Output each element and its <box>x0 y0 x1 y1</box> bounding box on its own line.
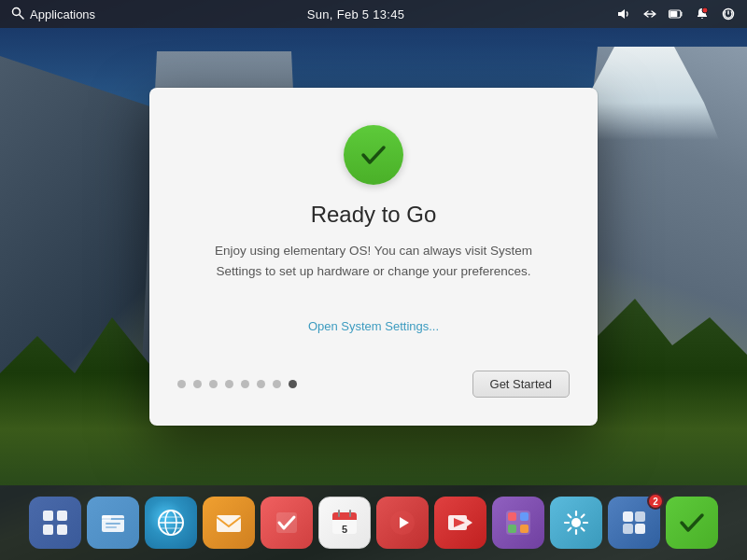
svg-rect-19 <box>217 515 241 532</box>
svg-rect-6 <box>43 511 53 521</box>
dock-music[interactable] <box>376 497 429 549</box>
dot-2 <box>193 380 202 388</box>
applications-label[interactable]: Applications <box>30 7 95 21</box>
svg-rect-39 <box>623 524 633 534</box>
dock-appstore[interactable]: 2 <box>608 497 660 549</box>
topbar: Applications Sun, Feb 5 13:45 <box>0 0 747 28</box>
svg-rect-37 <box>623 511 633 522</box>
dialog-title: Ready to Go <box>311 202 437 228</box>
svg-line-1 <box>20 15 23 19</box>
search-icon[interactable] <box>11 7 24 22</box>
svg-rect-23 <box>332 517 357 520</box>
dot-4 <box>225 380 233 388</box>
dot-6 <box>257 380 265 388</box>
dialog-overlay: Ready to Go Enjoy using elementary OS! Y… <box>0 28 747 485</box>
svg-marker-29 <box>467 519 472 526</box>
topbar-datetime: Sun, Feb 5 13:45 <box>307 7 405 21</box>
topbar-left: Applications <box>11 7 95 22</box>
dock: 5 <box>0 485 747 560</box>
open-system-settings-link[interactable]: Open System Settings... <box>308 319 439 333</box>
svg-rect-34 <box>508 525 516 533</box>
svg-rect-13 <box>106 526 117 528</box>
pagination-dots <box>177 380 297 388</box>
dot-8-active <box>289 380 297 388</box>
volume-icon[interactable] <box>616 7 631 21</box>
svg-rect-38 <box>635 511 645 522</box>
dock-files[interactable] <box>87 497 139 549</box>
dot-3 <box>209 380 218 388</box>
dot-7 <box>273 380 281 388</box>
svg-point-36 <box>571 518 581 527</box>
svg-point-4 <box>702 7 708 13</box>
svg-rect-35 <box>520 525 529 533</box>
dock-calendar[interactable]: 5 <box>318 497 371 549</box>
dock-video[interactable] <box>434 497 486 549</box>
check-circle <box>344 125 403 185</box>
dot-1 <box>177 380 186 388</box>
svg-rect-9 <box>57 525 67 535</box>
svg-point-0 <box>13 7 21 15</box>
dock-art[interactable] <box>492 497 544 549</box>
svg-rect-7 <box>57 511 67 521</box>
dock-multitasking-view[interactable] <box>29 497 81 549</box>
get-started-button[interactable]: Get Started <box>472 371 570 398</box>
dock-mail[interactable] <box>203 497 255 549</box>
notification-icon[interactable] <box>695 7 710 21</box>
dock-settings[interactable] <box>550 497 602 549</box>
ready-to-go-dialog: Ready to Go Enjoy using elementary OS! Y… <box>149 88 598 425</box>
network-icon[interactable] <box>642 7 657 21</box>
svg-rect-40 <box>635 524 645 534</box>
svg-rect-11 <box>102 515 111 521</box>
svg-rect-3 <box>669 11 677 17</box>
topbar-right <box>616 7 736 21</box>
dot-5 <box>241 380 249 388</box>
appstore-badge: 2 <box>647 493 664 510</box>
dock-tasks[interactable] <box>261 497 313 549</box>
svg-rect-12 <box>106 523 120 525</box>
svg-rect-33 <box>520 512 529 521</box>
dock-complete[interactable] <box>666 497 718 549</box>
svg-rect-32 <box>508 512 516 521</box>
svg-text:5: 5 <box>342 524 347 535</box>
svg-rect-8 <box>43 525 53 535</box>
power-icon[interactable] <box>721 7 736 21</box>
dock-browser[interactable] <box>145 497 197 549</box>
dialog-body: Enjoy using elementary OS! You can alway… <box>215 241 532 281</box>
battery-icon[interactable] <box>669 7 684 21</box>
dialog-footer: Get Started <box>177 361 570 398</box>
